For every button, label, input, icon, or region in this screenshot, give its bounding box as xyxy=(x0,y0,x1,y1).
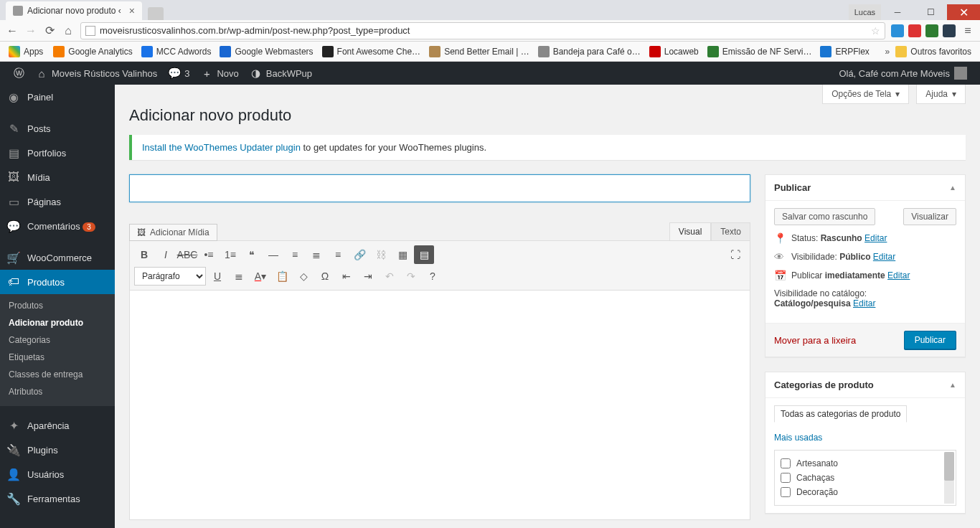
new-content[interactable]: +Novo xyxy=(195,62,244,85)
text-color-icon[interactable]: A▾ xyxy=(250,267,270,286)
submenu-item[interactable]: Categorias xyxy=(0,331,115,349)
content-editor[interactable] xyxy=(129,291,750,520)
back-icon[interactable]: ← xyxy=(6,24,19,37)
help-icon[interactable]: ? xyxy=(423,267,443,286)
chrome-menu-icon[interactable]: ≡ xyxy=(961,24,974,37)
comments-link[interactable]: 💬3 xyxy=(163,62,195,85)
ext-icon[interactable] xyxy=(925,24,938,37)
menu-item-comentários[interactable]: 💬Comentários 3 xyxy=(0,214,115,238)
bookmark-item[interactable]: Google Webmasters xyxy=(215,44,317,60)
submenu-item[interactable]: Classes de entrega xyxy=(0,366,115,383)
menu-item-portfolios[interactable]: ▤Portfolios xyxy=(0,141,115,165)
move-to-trash-link[interactable]: Mover para a lixeira xyxy=(774,335,856,346)
menu-item-painel[interactable]: ◉Painel xyxy=(0,85,115,109)
outdent-icon[interactable]: ⇤ xyxy=(336,267,357,286)
preview-button[interactable]: Visualizar xyxy=(903,208,956,225)
category-item[interactable]: Cachaças xyxy=(781,471,950,485)
menu-item-ferramentas[interactable]: 🔧Ferramentas xyxy=(0,486,115,511)
window-maximize-icon[interactable]: ☐ xyxy=(914,4,947,20)
bookmark-item[interactable]: Send Better Email | … xyxy=(425,44,534,60)
home-icon[interactable]: ⌂ xyxy=(62,24,75,37)
account-menu[interactable]: Olá, Café com Arte Móveis xyxy=(833,62,973,85)
url-input[interactable] xyxy=(100,25,867,36)
category-checkbox[interactable] xyxy=(781,487,791,497)
forward-icon[interactable]: → xyxy=(24,24,37,37)
menu-item-aparência[interactable]: ✦Aparência xyxy=(0,413,115,438)
browser-tab[interactable]: Adicionar novo produto ‹ × xyxy=(6,1,142,20)
fullscreen-icon[interactable]: ⛶ xyxy=(725,245,745,264)
wp-logo[interactable]: ⓦ xyxy=(7,62,30,85)
reload-icon[interactable]: ⟳ xyxy=(43,24,56,37)
edit-date-link[interactable]: Editar xyxy=(887,270,910,280)
product-title-input[interactable] xyxy=(129,174,750,202)
category-item[interactable]: Decoração xyxy=(781,485,950,499)
apps-button[interactable]: Apps xyxy=(4,44,47,60)
bookmark-item[interactable]: Bandeja para Café o… xyxy=(534,44,645,60)
quote-icon[interactable]: ❝ xyxy=(242,245,262,264)
tab-close-icon[interactable]: × xyxy=(129,5,135,16)
justify-icon[interactable]: ≣ xyxy=(229,267,249,286)
menu-item-usuários[interactable]: 👤Usuários xyxy=(0,462,115,486)
toggle-icon[interactable]: ▲ xyxy=(949,184,956,192)
bookmark-item[interactable]: Font Awesome Che… xyxy=(318,44,425,60)
edit-catalog-link[interactable]: Editar xyxy=(853,298,875,308)
align-right-icon[interactable]: ≡ xyxy=(328,245,348,264)
category-checkbox[interactable] xyxy=(781,458,791,468)
scrollbar[interactable] xyxy=(944,452,954,504)
italic-icon[interactable]: I xyxy=(156,245,176,264)
paste-icon[interactable]: 📋 xyxy=(272,267,292,286)
edit-status-link[interactable]: Editar xyxy=(864,233,887,243)
site-name[interactable]: ⌂Moveis Rústicos Valinhos xyxy=(30,62,163,85)
category-tab-used[interactable]: Mais usadas xyxy=(774,433,822,443)
menu-item-posts[interactable]: ✎Posts xyxy=(0,116,115,141)
bold-icon[interactable]: B xyxy=(134,245,154,264)
category-tab-all[interactable]: Todas as categorias de produto xyxy=(774,405,907,423)
address-bar[interactable]: ☆ xyxy=(80,22,885,39)
submenu-item[interactable]: Etiquetas xyxy=(0,349,115,366)
link-icon[interactable]: 🔗 xyxy=(349,245,369,264)
ext-icon[interactable] xyxy=(943,24,956,37)
menu-item-woocommerce[interactable]: 🛒WooCommerce xyxy=(0,245,115,270)
category-item[interactable]: Artesanato xyxy=(781,456,950,471)
submenu-item[interactable]: Produtos xyxy=(0,297,115,314)
backwpup-link[interactable]: ◑BackWPup xyxy=(245,62,318,85)
category-checkbox[interactable] xyxy=(781,473,791,483)
toggle-icon[interactable]: ▲ xyxy=(949,381,956,389)
ext-icon[interactable] xyxy=(891,24,904,37)
add-media-button[interactable]: 🖼 Adicionar Mídia xyxy=(129,224,217,241)
bookmark-star-icon[interactable]: ☆ xyxy=(871,25,880,37)
notice-link[interactable]: Install the WooThemes Updater plugin xyxy=(142,142,301,153)
redo-icon[interactable]: ↷ xyxy=(401,267,421,286)
bookmark-item[interactable]: MCC Adwords xyxy=(137,44,216,60)
ext-icon[interactable] xyxy=(908,24,921,37)
underline-icon[interactable]: U xyxy=(207,267,227,286)
window-close-icon[interactable]: ✕ xyxy=(947,4,980,20)
bullet-list-icon[interactable]: •≡ xyxy=(199,245,219,264)
bookmarks-overflow-icon[interactable]: » xyxy=(885,47,890,57)
edit-visibility-link[interactable]: Editar xyxy=(873,252,895,262)
indent-icon[interactable]: ⇥ xyxy=(358,267,378,286)
help-button[interactable]: Ajuda ▾ xyxy=(916,85,966,104)
menu-item-produtos[interactable]: 🏷Produtos xyxy=(0,270,115,294)
hr-icon[interactable]: — xyxy=(263,245,283,264)
toolbar-toggle-icon[interactable]: ▤ xyxy=(414,245,434,264)
new-tab-button[interactable] xyxy=(148,7,164,20)
strike-icon[interactable]: ABC xyxy=(177,245,197,264)
save-draft-button[interactable]: Salvar como rascunho xyxy=(774,208,875,225)
bookmark-item[interactable]: Emissão de NF Servi… xyxy=(703,44,816,60)
submenu-item[interactable]: Atributos xyxy=(0,383,115,400)
number-list-icon[interactable]: 1≡ xyxy=(220,245,240,264)
scroll-thumb[interactable] xyxy=(944,452,954,481)
menu-item-plugins[interactable]: 🔌Plugins xyxy=(0,438,115,462)
bookmark-item[interactable]: Google Analytics xyxy=(49,44,136,60)
other-bookmarks[interactable]: Outros favoritos xyxy=(891,44,976,60)
window-minimize-icon[interactable]: ─ xyxy=(881,4,914,20)
chrome-user-badge[interactable]: Lucas xyxy=(849,4,881,20)
undo-icon[interactable]: ↶ xyxy=(380,267,400,286)
editor-tab-visual[interactable]: Visual xyxy=(669,222,711,240)
more-icon[interactable]: ▦ xyxy=(392,245,413,264)
category-list[interactable]: ArtesanatoCachaçasDecoração xyxy=(774,450,956,506)
clear-format-icon[interactable]: ◇ xyxy=(293,267,314,286)
align-center-icon[interactable]: ≣ xyxy=(306,245,326,264)
align-left-icon[interactable]: ≡ xyxy=(285,245,305,264)
